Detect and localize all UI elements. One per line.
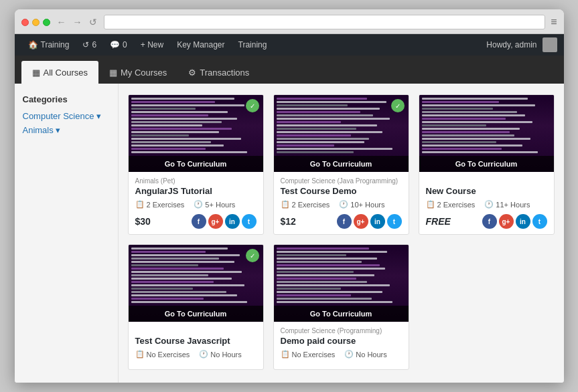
sidebar-categories-title: Categories <box>23 94 110 104</box>
course-overlay-1[interactable]: Go To Curriculum <box>129 156 263 172</box>
course-exercises-3: 📋 2 Exercises <box>426 200 476 209</box>
address-bar[interactable] <box>104 15 546 29</box>
comments-icon: 💬 <box>110 40 120 50</box>
course-title-1: AngularJS Tutorial <box>135 186 257 196</box>
course-overlay-4[interactable]: Go To Curriculum <box>129 306 263 322</box>
linkedin-share-1[interactable]: in <box>225 214 240 229</box>
social-icons-3: f g+ in t <box>482 214 547 229</box>
admin-training-link[interactable]: Training <box>232 34 274 56</box>
course-check-4: ✓ <box>246 249 259 262</box>
key-manager-label: Key Manager <box>177 40 224 50</box>
new-label: + New <box>141 40 163 50</box>
forward-button[interactable]: → <box>72 17 84 27</box>
admin-comments-link[interactable]: 💬 0 <box>103 34 134 56</box>
updates-icon: ↺ <box>82 40 89 50</box>
go-to-curriculum-1: Go To Curriculum <box>129 160 263 168</box>
facebook-share-3[interactable]: f <box>482 214 497 229</box>
hours-icon-1: 🕐 <box>194 200 203 209</box>
linkedin-share-2[interactable]: in <box>370 214 385 229</box>
tab-my-courses-label: My Courses <box>121 68 167 78</box>
twitter-share-3[interactable]: t <box>532 214 547 229</box>
course-category-2: Computer Science (Java Programming) <box>281 177 402 185</box>
facebook-share-2[interactable]: f <box>337 214 352 229</box>
wp-admin-bar: 🏠 Training ↺ 6 💬 0 + New Key Manager Tra… <box>15 34 564 56</box>
course-footer-3: FREE f g+ in t <box>426 214 547 229</box>
tab-all-courses-label: All Courses <box>44 68 88 78</box>
course-thumb-3: Go To Curriculum <box>419 95 554 172</box>
exercises-icon-4: 📋 <box>135 350 145 359</box>
admin-home-label: Training <box>41 40 70 50</box>
course-thumb-2: ✓ Go To Curriculum <box>274 95 409 172</box>
facebook-share-1[interactable]: f <box>192 214 206 229</box>
maximize-button[interactable] <box>43 19 50 26</box>
course-hours-2: 🕐 10+ Hours <box>339 200 384 209</box>
comments-count: 0 <box>123 40 127 50</box>
tab-transactions-icon: ⚙ <box>188 68 196 78</box>
course-title-3: New Course <box>426 186 547 196</box>
admin-key-manager-link[interactable]: Key Manager <box>170 34 231 56</box>
twitter-share-2[interactable]: t <box>387 214 402 229</box>
course-meta-4: 📋 No Exercises 🕐 No Hours <box>135 350 257 359</box>
twitter-share-1[interactable]: t <box>242 214 257 229</box>
course-title-2: Test Course Demo <box>281 186 402 196</box>
course-meta-2: 📋 2 Exercises 🕐 10+ Hours <box>281 200 402 209</box>
course-card-5[interactable]: Go To Curriculum Computer Science (Progr… <box>273 244 409 370</box>
course-thumb-1: ✓ Go To Curriculum <box>129 95 263 172</box>
course-hours-1: 🕐 5+ Hours <box>194 200 235 209</box>
google-share-2[interactable]: g+ <box>354 214 368 229</box>
course-overlay-5[interactable]: Go To Curriculum <box>274 306 409 322</box>
exercises-icon-5: 📋 <box>281 350 290 359</box>
admin-updates-link[interactable]: ↺ 6 <box>76 34 103 56</box>
howdy-text: Howdy, admin <box>481 40 542 50</box>
refresh-button[interactable]: ↺ <box>88 17 98 27</box>
google-share-3[interactable]: g+ <box>499 214 514 229</box>
course-price-2: $12 <box>281 216 296 227</box>
close-button[interactable] <box>21 19 29 26</box>
courses-area: ✓ Go To Curriculum Animals (Pet) Angular… <box>119 84 564 383</box>
course-card-4[interactable]: ✓ Go To Curriculum Test Course Javascrip… <box>128 244 264 370</box>
go-to-curriculum-3: Go To Curriculum <box>419 160 554 168</box>
course-exercises-1: 📋 2 Exercises <box>135 200 185 209</box>
browser-nav: ← → ↺ <box>56 17 98 27</box>
admin-home-link[interactable]: 🏠 Training <box>21 34 76 56</box>
hours-icon-3: 🕐 <box>484 200 494 209</box>
tab-all-courses-icon: ▦ <box>32 68 40 78</box>
course-overlay-2[interactable]: Go To Curriculum <box>274 156 409 172</box>
course-card-3[interactable]: Go To Curriculum New Course 📋 2 Exercise… <box>419 94 555 235</box>
back-button[interactable]: ← <box>56 17 68 27</box>
course-price-3: FREE <box>426 216 451 227</box>
admin-avatar[interactable] <box>543 37 557 52</box>
course-category-4 <box>135 327 257 334</box>
course-thumb-5: Go To Curriculum <box>274 245 409 322</box>
tab-my-courses[interactable]: ▦ My Courses <box>98 61 177 84</box>
google-share-1[interactable]: g+ <box>208 214 223 229</box>
browser-menu-icon[interactable]: ≡ <box>551 16 557 28</box>
sidebar-item-computer-science[interactable]: Computer Science ▾ <box>23 111 110 121</box>
tabs-bar: ▦ All Courses ▦ My Courses ⚙ Transaction… <box>15 56 564 84</box>
course-category-1: Animals (Pet) <box>135 177 257 185</box>
course-check-1: ✓ <box>246 99 259 112</box>
hours-icon-4: 🕐 <box>199 350 208 359</box>
course-hours-5: 🕐 No Hours <box>344 350 386 359</box>
course-card-1[interactable]: ✓ Go To Curriculum Animals (Pet) Angular… <box>128 94 264 235</box>
go-to-curriculum-5: Go To Curriculum <box>274 310 409 318</box>
course-card-2[interactable]: ✓ Go To Curriculum Computer Science (Jav… <box>273 94 409 235</box>
course-overlay-3[interactable]: Go To Curriculum <box>419 156 554 172</box>
tab-all-courses[interactable]: ▦ All Courses <box>21 61 98 84</box>
admin-new-link[interactable]: + New <box>134 34 170 56</box>
exercises-icon-2: 📋 <box>281 200 290 209</box>
course-title-4: Test Course Javascript <box>135 336 257 346</box>
course-title-5: Demo paid course <box>281 336 402 346</box>
home-icon: 🏠 <box>28 40 38 50</box>
linkedin-share-3[interactable]: in <box>516 214 530 229</box>
go-to-curriculum-4: Go To Curriculum <box>129 310 263 318</box>
course-hours-4: 🕐 No Hours <box>199 350 241 359</box>
course-footer-1: $30 f g+ in t <box>135 214 257 229</box>
course-info-2: Computer Science (Java Programming) Test… <box>274 172 409 234</box>
tab-transactions[interactable]: ⚙ Transactions <box>177 61 260 84</box>
minimize-button[interactable] <box>32 19 40 26</box>
course-meta-3: 📋 2 Exercises 🕐 11+ Hours <box>426 200 547 209</box>
sidebar-item-animals[interactable]: Animals ▾ <box>23 125 110 135</box>
course-check-2: ✓ <box>391 99 405 112</box>
course-footer-2: $12 f g+ in t <box>281 214 402 229</box>
